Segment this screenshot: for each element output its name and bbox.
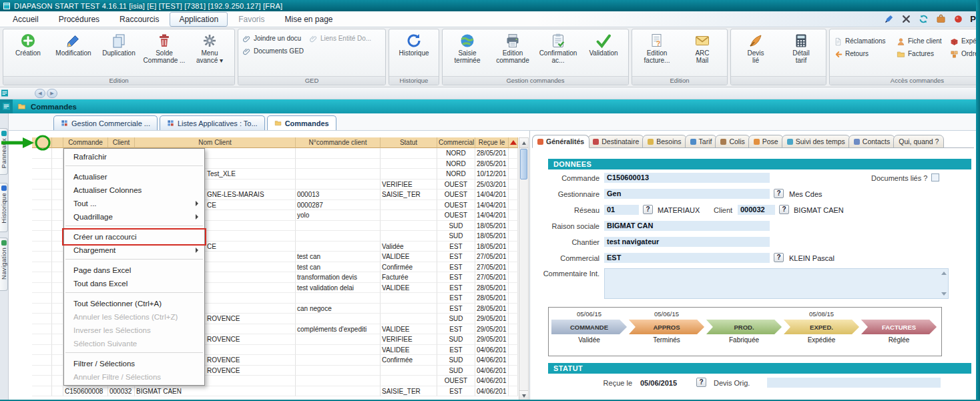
detail-tab-pose[interactable]: Pose xyxy=(748,135,784,148)
context-menu-item-rafraichir[interactable]: Rafraîchir xyxy=(64,150,204,163)
row-selector-cell[interactable] xyxy=(52,189,63,200)
table-vertical-scrollbar[interactable] xyxy=(519,137,529,401)
context-menu-item-tout-selectionner-ctrl-a[interactable]: Tout Sélectionner (Ctrl+A) xyxy=(64,297,204,310)
column-header-nom-client[interactable]: Nom Client xyxy=(135,137,296,148)
close-icon[interactable] xyxy=(901,14,911,24)
row-selector-cell[interactable] xyxy=(52,200,63,211)
column-header-client[interactable]: Client xyxy=(108,137,135,148)
ribbon-button-duplication[interactable]: Duplication xyxy=(96,31,142,71)
document-tab-gestion-commerciale[interactable]: Gestion Commerciale ... xyxy=(53,115,158,130)
row-selector-header-cell[interactable] xyxy=(52,137,63,148)
commentaire-field[interactable] xyxy=(604,268,949,299)
record-icon[interactable] xyxy=(953,14,963,24)
ribbon-button-factures[interactable]: Factures xyxy=(895,48,948,60)
row-selector-cell[interactable] xyxy=(52,252,63,262)
gestionnaire-help-button[interactable]: ? xyxy=(774,189,784,198)
ribbon-button-arc-mail[interactable]: ARC Mail xyxy=(680,31,725,71)
refresh-icon[interactable] xyxy=(919,14,929,24)
recue-le-help-button[interactable]: ? xyxy=(696,378,706,387)
client-help-button[interactable]: ? xyxy=(779,205,789,214)
palette-icon[interactable] xyxy=(936,14,946,24)
context-menu-item-tout[interactable]: Tout ... xyxy=(64,197,204,210)
spinner-up-icon[interactable] xyxy=(941,272,947,275)
ribbon-button-joindre-un-docu[interactable]: Joindre un docu xyxy=(240,33,307,45)
raison-sociale-field[interactable]: BIGMAT CAN xyxy=(604,221,770,231)
row-selector-cell[interactable] xyxy=(52,231,63,242)
menu-tab-favoris[interactable]: Favoris xyxy=(229,12,274,27)
menu-tab-accueil[interactable]: Accueil xyxy=(3,12,48,27)
detail-tab-besoins[interactable]: Besoins xyxy=(642,135,686,148)
row-selector-cell[interactable] xyxy=(52,376,63,386)
detail-tab-contacts[interactable]: Contacts xyxy=(848,135,895,148)
table-row[interactable]: C150600008000032BIGMAT CAENSAISIE_TEREST… xyxy=(32,386,519,397)
mes-cdes-label[interactable]: Mes Cdes xyxy=(789,190,822,198)
scrollbar-down-button[interactable] xyxy=(519,390,528,400)
commercial-help-button[interactable]: ? xyxy=(774,253,784,262)
sort-header-cell[interactable] xyxy=(509,137,518,148)
context-menu-item-actualiser[interactable]: Actualiser xyxy=(64,170,204,183)
context-menu-item-actualiser-colonnes[interactable]: Actualiser Colonnes xyxy=(64,183,204,197)
documents-lies-checkbox[interactable] xyxy=(931,173,939,181)
ribbon-button-documents-ged[interactable]: Documents GED xyxy=(240,45,307,57)
column-header-statut[interactable]: Statut xyxy=(381,137,437,148)
client-field[interactable]: 000032 xyxy=(738,205,775,215)
gestionnaire-field[interactable]: Gen xyxy=(604,189,770,199)
context-menu-item-filtrer-selections[interactable]: Filtrer / Sélections xyxy=(64,357,204,370)
row-selector-cell[interactable] xyxy=(52,334,63,345)
detail-tab-destinataire[interactable]: Destinataire xyxy=(587,135,644,148)
row-selector-cell[interactable] xyxy=(52,179,63,190)
ribbon-button-solde-commande[interactable]: Solde Commande ... xyxy=(142,31,187,71)
document-tab-listes-applicatives-to[interactable]: Listes Applicatives : To... xyxy=(160,115,265,130)
row-selector-cell[interactable] xyxy=(52,221,63,232)
ribbon-button-modification[interactable]: Modification xyxy=(51,31,96,71)
document-tab-commandes[interactable]: Commandes xyxy=(267,115,336,130)
row-selector-cell[interactable] xyxy=(52,283,63,294)
scrollbar-thumb[interactable] xyxy=(520,149,527,179)
ribbon-button-historique[interactable]: Historique xyxy=(391,31,437,71)
menu-tab-procedures[interactable]: Procédures xyxy=(49,12,109,27)
forward-button[interactable]: ▶ xyxy=(47,89,57,98)
back-button[interactable]: ◀ xyxy=(35,89,45,98)
row-selector-cell[interactable] xyxy=(52,345,63,356)
context-menu-item-creer-un-raccourci[interactable]: Créer un raccourci xyxy=(64,230,204,244)
ribbon-button-expeditions[interactable]: Expéditions xyxy=(948,35,980,47)
row-selector-cell[interactable] xyxy=(52,293,63,304)
menu-tab-application[interactable]: Application xyxy=(170,12,228,27)
ribbon-button-edition-commande[interactable]: Edition commande xyxy=(490,31,535,71)
chantier-field[interactable]: test navigateur xyxy=(604,237,770,247)
detail-tab-tarif[interactable]: Tarif xyxy=(685,135,718,148)
row-selector-cell[interactable] xyxy=(52,355,63,366)
detail-tab-generalites[interactable]: Généralités xyxy=(532,135,589,148)
commercial-field[interactable]: EST xyxy=(604,253,770,263)
column-header-n-commande-client[interactable]: N°commande client xyxy=(296,137,381,148)
corner-label[interactable]: P xyxy=(970,14,976,24)
column-header-commercial[interactable]: Commercial xyxy=(437,137,475,148)
context-menu-item-chargement[interactable]: Chargement xyxy=(64,244,204,257)
panel-toggle-icon[interactable] xyxy=(1,88,9,98)
pen-icon[interactable] xyxy=(884,14,894,24)
row-selector-cell[interactable] xyxy=(52,210,63,221)
reseau-field[interactable]: 01 xyxy=(604,205,639,215)
row-selector-cell[interactable] xyxy=(52,304,63,314)
row-selector-cell[interactable] xyxy=(52,262,63,273)
ribbon-button-fiche-client[interactable]: Fiche client xyxy=(895,35,948,47)
ribbon-button-saisie-terminee[interactable]: Saisie terminée xyxy=(445,31,490,71)
ribbon-button-edition-facture[interactable]: ?Edition facture... xyxy=(634,31,680,71)
detail-tab-suivi-des-temps[interactable]: Suivi des temps xyxy=(782,135,850,148)
reseau-help-button[interactable]: ? xyxy=(643,205,653,214)
devis-orig-field[interactable] xyxy=(767,378,941,388)
commande-field[interactable]: C150600013 xyxy=(604,173,770,183)
context-menu-item-page-dans-excel[interactable]: Page dans Excel xyxy=(64,264,204,277)
sidebar-tab-navigation[interactable]: Navigation xyxy=(0,238,8,291)
recue-le-value[interactable]: 05/06/2015 xyxy=(640,379,677,387)
column-header-commande[interactable]: Commande xyxy=(63,137,108,148)
row-selector-cell[interactable] xyxy=(52,159,63,169)
ribbon-button-ordres-lies[interactable]: Ordres liés xyxy=(948,48,980,60)
row-selector-cell[interactable] xyxy=(52,242,63,252)
ribbon-button-devis-lie[interactable]: Devis lié xyxy=(733,31,778,71)
ribbon-button-menu-avance[interactable]: Menu avancé ▾ xyxy=(187,31,232,71)
ribbon-button-detail-tarif[interactable]: Détail tarif xyxy=(778,31,824,71)
row-selector-cell[interactable] xyxy=(52,272,63,283)
scrollbar-up-button[interactable] xyxy=(519,138,528,148)
select-all-header-cell[interactable] xyxy=(32,137,52,148)
